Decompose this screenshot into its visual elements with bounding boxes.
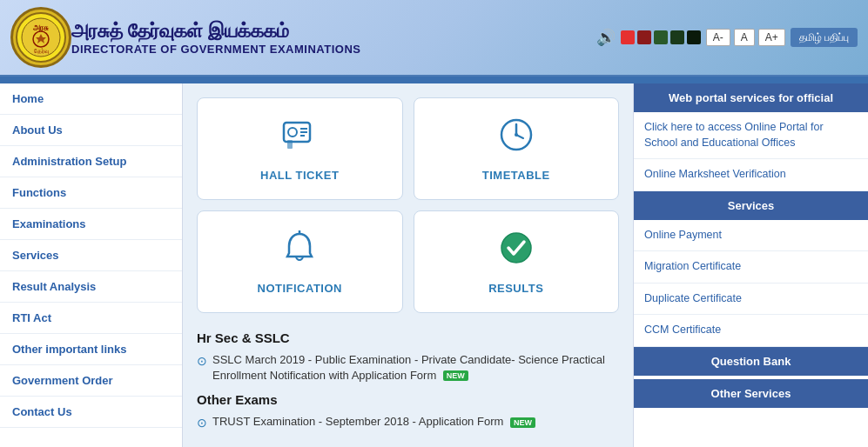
svg-text:தேர்வு: தேர்வு (34, 48, 50, 55)
header-title-english: DIRECTORATE OF GOVERNMENT EXAMINATIONS (71, 43, 596, 56)
card-hall-ticket-label: HALL TICKET (260, 169, 339, 182)
card-hall-ticket[interactable]: HALL TICKET (197, 97, 403, 200)
color-swatches (621, 30, 701, 44)
header-title-block: அரசுத் தேர்வுகள் இயக்ககம் DIRECTORATE OF… (71, 20, 596, 56)
main-layout: Home About Us Administration Setup Funct… (0, 83, 868, 447)
speaker-icon[interactable]: 🔊 (596, 28, 616, 47)
web-portal-header: Web portal services for official (634, 83, 868, 112)
news-section: Hr Sec & SSLC ⊙ SSLC March 2019 - Public… (197, 330, 619, 432)
sidebar-item-examinations[interactable]: Examinations (0, 209, 182, 240)
sidebar: Home About Us Administration Setup Funct… (0, 83, 183, 447)
new-badge-1: NEW (443, 370, 468, 381)
services-header: Services (634, 191, 868, 220)
other-services-header: Other Services (634, 379, 868, 408)
web-portal-link-1[interactable]: Click here to access Online Portal for S… (634, 112, 868, 159)
svg-line-15 (516, 135, 523, 138)
icon-cards-grid: HALL TICKET TIMETABLE (197, 97, 619, 313)
swatch-darkest[interactable] (687, 30, 701, 44)
services-link-migration-cert[interactable]: Migration Certificate (634, 251, 868, 284)
font-large-btn[interactable]: A+ (758, 29, 785, 46)
sidebar-item-result-analysis[interactable]: Result Analysis (0, 271, 182, 303)
swatch-dark-red[interactable] (637, 30, 651, 44)
news-item-1[interactable]: ⊙ SSLC March 2019 - Public Examination -… (197, 352, 619, 384)
card-notification[interactable]: NOTIFICATION (197, 210, 403, 313)
card-timetable[interactable]: TIMETABLE (414, 97, 620, 200)
timetable-icon (497, 116, 535, 162)
card-results-label: RESULTS (488, 282, 543, 295)
sidebar-item-other-links[interactable]: Other important links (0, 334, 182, 365)
sidebar-item-admin-setup[interactable]: Administration Setup (0, 146, 182, 177)
header-title-tamil: அரசுத் தேர்வுகள் இயக்ககம் (71, 20, 596, 43)
news-heading-hrsec: Hr Sec & SSLC (197, 330, 619, 345)
question-bank-header: Question Bank (634, 347, 868, 376)
svg-point-17 (501, 233, 531, 263)
web-portal-link-2[interactable]: Online Marksheet Verification (634, 159, 868, 191)
news-text-2: TRUST Examination - September 2018 - App… (212, 414, 535, 430)
notification-icon (280, 229, 319, 275)
bullet-icon-2: ⊙ (197, 415, 207, 432)
sidebar-item-home[interactable]: Home (0, 83, 182, 115)
news-text-1: SSLC March 2019 - Public Examination - P… (212, 352, 619, 384)
new-badge-2: NEW (510, 417, 535, 428)
font-small-btn[interactable]: A- (706, 29, 730, 46)
font-medium-btn[interactable]: A (734, 29, 755, 46)
results-icon (497, 229, 535, 275)
card-results[interactable]: RESULTS (414, 210, 620, 313)
swatch-dark-green[interactable] (654, 30, 668, 44)
card-timetable-label: TIMETABLE (482, 169, 550, 182)
svg-rect-11 (287, 140, 293, 149)
right-panel: Web portal services for official Click h… (633, 83, 868, 447)
font-size-controls: A- A A+ (706, 29, 785, 46)
hall-ticket-icon (280, 116, 319, 162)
services-link-online-payment[interactable]: Online Payment (634, 220, 868, 252)
swatch-darker-green[interactable] (670, 30, 684, 44)
sidebar-item-rti-act[interactable]: RTI Act (0, 303, 182, 334)
services-link-ccm-cert[interactable]: CCM Certificate (634, 315, 868, 347)
services-link-duplicate-cert[interactable]: Duplicate Certificate (634, 284, 868, 316)
sidebar-item-govt-order[interactable]: Government Order (0, 365, 182, 397)
sidebar-item-functions[interactable]: Functions (0, 177, 182, 209)
sidebar-item-contact-us[interactable]: Contact Us (0, 397, 182, 428)
bullet-icon-1: ⊙ (197, 353, 207, 370)
news-heading-other: Other Exams (197, 392, 619, 407)
page-header: அரசு தேர்வு அரசுத் தேர்வுகள் இயக்ககம் DI… (0, 0, 868, 77)
tamil-language-btn[interactable]: தமிழ் பதிப்பு (791, 28, 858, 47)
sidebar-item-services[interactable]: Services (0, 240, 182, 271)
nav-bar (0, 77, 868, 83)
content-area: HALL TICKET TIMETABLE (183, 83, 633, 447)
logo: அரசு தேர்வு (10, 7, 71, 68)
header-controls: 🔊 A- A A+ தமிழ் பதிப்பு (596, 28, 858, 47)
card-notification-label: NOTIFICATION (258, 282, 342, 295)
swatch-red[interactable] (621, 30, 635, 44)
news-item-2[interactable]: ⊙ TRUST Examination - September 2018 - A… (197, 414, 619, 432)
sidebar-item-about-us[interactable]: About Us (0, 115, 182, 146)
svg-point-7 (288, 128, 297, 137)
